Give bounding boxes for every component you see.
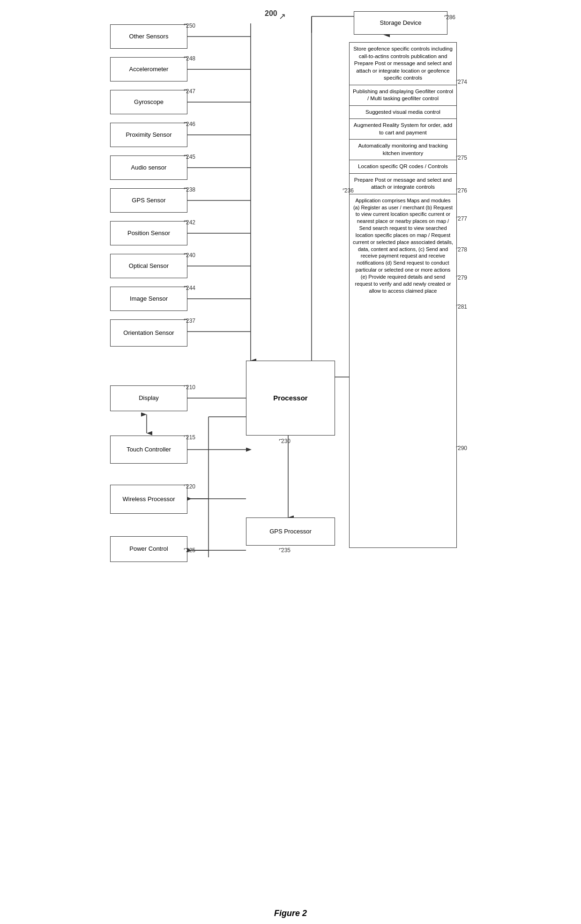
ref-248-mark: ⌐ <box>184 53 187 60</box>
right-item-274: Store geofence specific controls includi… <box>350 43 456 85</box>
ref-277-mark: ⌐ <box>456 214 459 220</box>
image-sensor-label: Image Sensor <box>130 295 168 303</box>
ref-240-mark: ⌐ <box>184 250 187 257</box>
ref-275-mark: ⌐ <box>456 153 459 159</box>
right-column-outer: Store geofence specific controls includi… <box>349 42 457 548</box>
processor-label: Processor <box>273 393 307 403</box>
other-sensors-label: Other Sensors <box>129 33 169 41</box>
touch-controller-label: Touch Controller <box>127 446 171 454</box>
ref-278-mark: ⌐ <box>456 244 459 251</box>
ref-281-mark: ⌐ <box>456 302 459 308</box>
right-item-279: Location specific QR codes / Controls <box>350 160 456 174</box>
accelerometer-label: Accelerometer <box>129 66 169 74</box>
power-control-box: Power Control <box>110 536 187 562</box>
ref-240: 240 <box>186 252 195 259</box>
ref-246: 246 <box>186 121 195 127</box>
ref-215-mark: ⌐ <box>184 432 187 439</box>
gyroscope-label: Gyroscope <box>134 98 164 106</box>
orientation-sensor-label: Orientation Sensor <box>123 329 174 337</box>
gps-sensor-label: GPS Sensor <box>132 197 165 205</box>
right-item-277: Augmented Reality System for order, add … <box>350 119 456 140</box>
ref-236-mark: ⌐ <box>343 185 346 192</box>
ref-235-mark: ⌐ <box>279 545 282 552</box>
gps-processor-label: GPS Processor <box>269 528 312 536</box>
ref-220-mark: ⌐ <box>184 481 187 488</box>
storage-device-label: Storage Device <box>380 19 422 27</box>
ref-242-mark: ⌐ <box>184 217 187 224</box>
ref-276-mark: ⌐ <box>456 185 459 192</box>
ref-286-mark: ⌐ <box>444 12 447 19</box>
right-item-290: Application comprises Maps and modules (… <box>350 194 456 547</box>
ref-245: 245 <box>186 154 195 160</box>
ref-220: 220 <box>186 483 195 490</box>
ref-250-mark: ⌐ <box>184 21 187 27</box>
ref-238: 238 <box>186 186 195 193</box>
gps-processor-box: GPS Processor <box>246 517 335 546</box>
other-sensors-box: Other Sensors <box>110 24 187 49</box>
audio-sensor-label: Audio sensor <box>131 164 167 172</box>
ref-244: 244 <box>186 285 195 291</box>
gyroscope-box: Gyroscope <box>110 90 187 114</box>
image-sensor-box: Image Sensor <box>110 287 187 311</box>
gps-sensor-box: GPS Sensor <box>110 188 187 213</box>
ref-245-mark: ⌐ <box>184 152 187 158</box>
power-control-label: Power Control <box>129 545 168 553</box>
ref-247: 247 <box>186 88 195 95</box>
ref-238-mark: ⌐ <box>184 185 187 191</box>
ref-279-mark: ⌐ <box>456 273 459 279</box>
ref-210: 210 <box>186 384 195 391</box>
optical-sensor-label: Optical Sensor <box>129 262 169 270</box>
position-sensor-box: Position Sensor <box>110 221 187 245</box>
orientation-sensor-box: Orientation Sensor <box>110 319 187 347</box>
figure-label: Figure 2 <box>105 909 476 918</box>
figure-number-label: 200 <box>265 9 277 18</box>
ref-230: 230 <box>281 438 290 444</box>
storage-device-box: Storage Device <box>354 11 447 35</box>
ref-246-mark: ⌐ <box>184 119 187 126</box>
processor-box: Processor <box>246 361 335 436</box>
proximity-sensor-box: Proximity Sensor <box>110 123 187 147</box>
display-box: Display <box>110 385 187 411</box>
right-item-275: Publishing and displaying Geofilter cont… <box>350 85 456 106</box>
position-sensor-label: Position Sensor <box>127 229 170 237</box>
audio-sensor-box: Audio sensor <box>110 155 187 180</box>
ref-225: 225 <box>186 547 195 554</box>
ref-200-arrow: ↗ <box>279 11 286 22</box>
right-item-281: Prepare Post or message and select and a… <box>350 174 456 194</box>
ref-242: 242 <box>186 219 195 226</box>
ref-274-mark: ⌐ <box>456 77 459 83</box>
diagram: 200 ↗ Other Sensors 250 ⌐ Accelerometer … <box>105 9 476 899</box>
ref-290-mark: ⌐ <box>456 443 459 450</box>
ref-237: 237 <box>186 318 195 324</box>
accelerometer-box: Accelerometer <box>110 57 187 81</box>
ref-235: 235 <box>281 547 290 554</box>
ref-248: 248 <box>186 55 195 62</box>
ref-250: 250 <box>186 22 195 29</box>
ref-225-mark: ⌐ <box>184 545 187 552</box>
ref-247-mark: ⌐ <box>184 86 187 93</box>
ref-237-mark: ⌐ <box>184 316 187 322</box>
optical-sensor-box: Optical Sensor <box>110 254 187 278</box>
touch-controller-box: Touch Controller <box>110 436 187 464</box>
ref-215: 215 <box>186 434 195 441</box>
ref-210-mark: ⌐ <box>184 382 187 389</box>
right-item-278: Automatically monitoring and tracking ki… <box>350 140 456 160</box>
ref-244-mark: ⌐ <box>184 283 187 289</box>
proximity-sensor-label: Proximity Sensor <box>126 131 171 139</box>
display-label: Display <box>139 394 159 402</box>
ref-230-mark: ⌐ <box>279 436 282 443</box>
wireless-processor-box: Wireless Processor <box>110 485 187 514</box>
right-item-276: Suggested visual media control <box>350 106 456 119</box>
wireless-processor-label: Wireless Processor <box>123 495 175 503</box>
